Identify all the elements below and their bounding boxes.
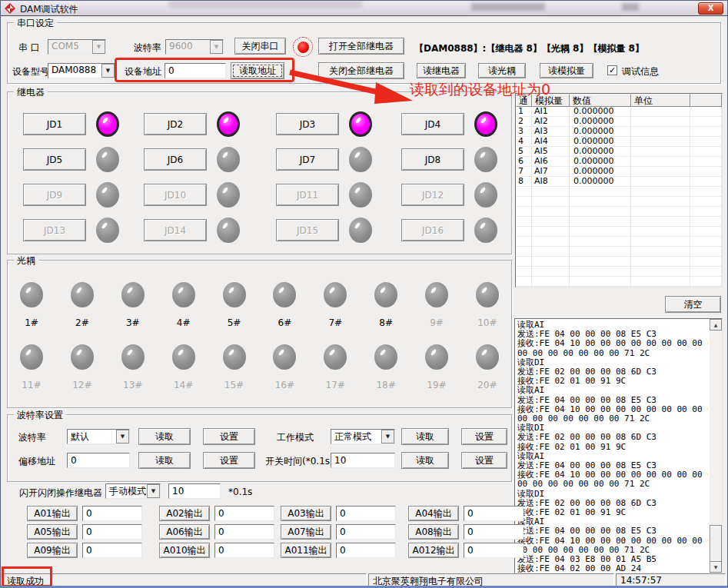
switch-time-set-button[interactable]: 设置 bbox=[461, 452, 507, 469]
relay-jd11-button[interactable]: JD11 bbox=[276, 184, 339, 206]
ao5-output-button[interactable]: A05输出 bbox=[27, 524, 78, 540]
table-row[interactable]: 3AI30.000000 bbox=[516, 127, 722, 137]
ao2-output-input[interactable] bbox=[214, 506, 274, 521]
read-relays-button[interactable]: 读继电器 bbox=[417, 63, 466, 78]
ao6-output-button[interactable]: A06输出 bbox=[159, 524, 210, 540]
table-row[interactable]: 8AI80.000000 bbox=[516, 177, 722, 187]
log-scrollbar[interactable]: ▲ ▼ bbox=[710, 319, 722, 573]
ao3-output-button[interactable]: A03输出 bbox=[281, 506, 331, 521]
relay-jd9-button[interactable]: JD9 bbox=[23, 184, 86, 206]
table-row[interactable]: 2AI20.000000 bbox=[516, 117, 722, 127]
table-row[interactable]: 1AI10.000000 bbox=[516, 107, 722, 117]
chevron-down-icon[interactable]: ▼ bbox=[381, 430, 394, 443]
col-header-value[interactable]: 数值 bbox=[570, 94, 631, 107]
offset-set-button[interactable]: 设置 bbox=[203, 452, 255, 469]
ao10-output-input[interactable] bbox=[214, 543, 274, 558]
table-row[interactable]: 6AI60.000000 bbox=[516, 157, 722, 167]
col-header-unit[interactable]: 单位 bbox=[631, 94, 690, 107]
opto-11-led bbox=[20, 344, 43, 370]
opto-17-label: 17# bbox=[322, 380, 348, 390]
debug-log-box[interactable]: 读取AI 发送:FE 04 00 00 00 08 E5 C3 接收:FE 04… bbox=[514, 318, 723, 573]
ao10-output-button[interactable]: A010输出 bbox=[159, 543, 210, 558]
ao11-output-button[interactable]: A011输出 bbox=[281, 543, 331, 558]
relay-jd13-button[interactable]: JD13 bbox=[23, 219, 86, 241]
relay-jd8-button[interactable]: JD8 bbox=[401, 148, 464, 171]
ao3-output-input[interactable] bbox=[336, 506, 396, 521]
debug-info-checkbox[interactable]: ✓ bbox=[607, 65, 617, 75]
relay-jd15-button[interactable]: JD15 bbox=[276, 219, 339, 241]
table-row[interactable]: 4AI40.000000 bbox=[516, 137, 722, 147]
relay-jd14-button[interactable]: JD14 bbox=[144, 219, 207, 241]
chevron-down-icon[interactable]: ▼ bbox=[147, 484, 160, 498]
chevron-down-icon[interactable]: ▼ bbox=[92, 40, 105, 54]
table-row[interactable]: 5AI50.000000 bbox=[516, 147, 722, 157]
relay-cell: JD3 bbox=[276, 111, 388, 137]
relay-jd12-button[interactable]: JD12 bbox=[401, 184, 464, 206]
annotation-box-device-address bbox=[115, 58, 294, 82]
flash-time-input[interactable] bbox=[168, 483, 221, 499]
analog-values-table[interactable]: 通 模拟量 数值 单位 1AI10.000000 2AI20.000000 3A… bbox=[515, 93, 723, 287]
flash-mode-select[interactable]: 手动模式 ▼ bbox=[105, 483, 161, 499]
read-analog-button[interactable]: 读模拟量 bbox=[540, 63, 593, 78]
ao4-output-button[interactable]: A04输出 bbox=[408, 506, 459, 521]
baudrate-select[interactable]: 默认 ▼ bbox=[67, 429, 130, 444]
chevron-down-icon[interactable]: ▼ bbox=[116, 430, 129, 443]
company-name: 北京聚英翱翔电子有限公司 bbox=[368, 573, 614, 587]
ao12-output-button[interactable]: A012输出 bbox=[408, 543, 459, 558]
read-opto-button[interactable]: 读光耦 bbox=[478, 63, 526, 78]
open-all-relays-button[interactable]: 打开全部继电器 bbox=[318, 38, 404, 55]
port-select[interactable]: COM5 ▼ bbox=[48, 39, 106, 55]
ao5-output-input[interactable] bbox=[82, 524, 142, 540]
ao11-output-input[interactable] bbox=[336, 543, 396, 558]
relay-jd7-button[interactable]: JD7 bbox=[276, 148, 339, 171]
opto-7-label: 7# bbox=[322, 317, 348, 328]
table-row[interactable]: 7AI70.000000 bbox=[516, 167, 722, 177]
close-button[interactable]: X bbox=[698, 2, 723, 15]
ao7-output-input[interactable] bbox=[336, 524, 396, 540]
ao1-output-button[interactable]: A01输出 bbox=[27, 506, 78, 521]
baud-select[interactable]: 9600 ▼ bbox=[165, 39, 224, 55]
baudrate-read-button[interactable]: 读取 bbox=[138, 428, 191, 445]
model-select-value: DAM0888 bbox=[48, 64, 101, 78]
relay-jd3-button[interactable]: JD3 bbox=[276, 113, 339, 135]
model-select[interactable]: DAM0888 ▼ bbox=[48, 63, 115, 78]
relay-jd4-button[interactable]: JD4 bbox=[401, 113, 464, 135]
ao1-output-input[interactable] bbox=[82, 506, 142, 521]
workmode-select[interactable]: 正常模式 ▼ bbox=[331, 429, 395, 444]
col-header-filler bbox=[690, 94, 722, 107]
opto-15: 15# bbox=[221, 344, 248, 398]
opto-11-label: 11# bbox=[18, 380, 45, 390]
ao9-output-button[interactable]: A09输出 bbox=[27, 543, 78, 558]
ao8-output-button[interactable]: A08输出 bbox=[408, 524, 459, 540]
switch-time-read-button[interactable]: 读取 bbox=[401, 452, 449, 469]
scrollbar-thumb[interactable] bbox=[710, 525, 722, 562]
opto-12-label: 12# bbox=[69, 380, 95, 390]
offset-read-button[interactable]: 读取 bbox=[138, 452, 191, 469]
relay-jd2-button[interactable]: JD2 bbox=[144, 113, 207, 135]
ao6-output-input[interactable] bbox=[214, 524, 274, 540]
opto-5: 5# bbox=[221, 282, 248, 336]
close-port-button[interactable]: 关闭串口 bbox=[234, 38, 286, 55]
relay-jd1-button[interactable]: JD1 bbox=[23, 113, 86, 135]
ao9-output-input[interactable] bbox=[82, 543, 142, 558]
ao12-output-input[interactable] bbox=[464, 543, 524, 558]
opto-6-label: 6# bbox=[271, 317, 298, 328]
baudrate-set-button[interactable]: 设置 bbox=[203, 428, 255, 445]
ao7-output-button[interactable]: A07输出 bbox=[281, 524, 331, 540]
relay-jd16-button[interactable]: JD16 bbox=[401, 219, 464, 241]
scroll-down-icon[interactable]: ▼ bbox=[710, 561, 722, 573]
workmode-set-button[interactable]: 设置 bbox=[461, 428, 507, 445]
relay-jd6-button[interactable]: JD6 bbox=[144, 148, 207, 171]
relay-jd10-button[interactable]: JD10 bbox=[144, 184, 207, 206]
ao4-output-input[interactable] bbox=[464, 506, 524, 521]
relay-jd5-button[interactable]: JD5 bbox=[23, 148, 86, 171]
workmode-read-button[interactable]: 读取 bbox=[401, 428, 449, 445]
ao8-output-input[interactable] bbox=[464, 524, 524, 540]
clear-log-button[interactable]: 清空 bbox=[665, 296, 721, 313]
scroll-up-icon[interactable]: ▲ bbox=[710, 319, 722, 331]
switch-time-input[interactable] bbox=[331, 453, 395, 468]
offset-address-input[interactable] bbox=[67, 453, 130, 468]
ao2-output-button[interactable]: A02输出 bbox=[159, 506, 210, 521]
chevron-down-icon[interactable]: ▼ bbox=[101, 64, 115, 78]
chevron-down-icon[interactable]: ▼ bbox=[210, 40, 223, 54]
